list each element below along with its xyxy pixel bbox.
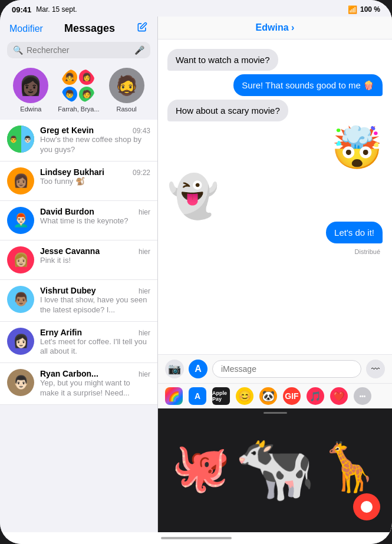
- compose-button[interactable]: [136, 21, 148, 36]
- message-preview: I love that show, have you seen the late…: [40, 295, 150, 315]
- conversation-erny[interactable]: 👩🏻 Erny Arifin hier Let's meet for coffe…: [0, 322, 157, 364]
- status-time: 09:41: [12, 5, 31, 14]
- message-preview: Too funny 🐒: [40, 177, 150, 187]
- chat-area: Edwina › Want to watch a movie? Sure! Th…: [158, 17, 392, 532]
- avatar-lindsey: 👩🏽: [7, 167, 34, 194]
- contact-name: Ryan Carbon...: [40, 369, 98, 378]
- avatar-vishrut: 👨🏽: [7, 286, 34, 313]
- contact-name: Lindsey Bukhari: [40, 167, 104, 177]
- photos-app-icon[interactable]: 🌈: [165, 387, 183, 405]
- digital-touch-icon[interactable]: ❤️: [330, 387, 348, 405]
- message-input-area: 📷 A 〰 🌈: [158, 354, 392, 532]
- pinned-name-edwina: Edwina: [20, 105, 41, 113]
- animoji-picker: 🐙 🐄 🦒: [158, 408, 392, 532]
- avatar-jesse: 👩🏼: [7, 246, 34, 273]
- message-bubble: Sure! That sounds good to me 🍿: [233, 74, 383, 96]
- message-time: 09:22: [133, 169, 150, 177]
- avatar-edwina: 👩🏿: [13, 68, 48, 103]
- message-preview: Yep, but you might want to make it a sur…: [40, 378, 150, 398]
- mic-icon: 🎤: [134, 45, 144, 55]
- home-bar: [161, 537, 232, 539]
- audio-button[interactable]: 〰: [366, 360, 385, 378]
- scroll-indicator: [263, 412, 287, 414]
- memoji-emoji: 🤯: [331, 127, 383, 169]
- camera-button[interactable]: 📷: [165, 360, 184, 378]
- waveform-icon: 〰: [371, 364, 380, 374]
- gif-search-icon[interactable]: GIF: [283, 387, 301, 405]
- avatar-david: 👨🏻‍🦰: [7, 207, 34, 234]
- avatar-ryan: 👨🏻: [7, 369, 34, 396]
- sidebar-header: Modifier Messages: [0, 17, 157, 39]
- appstore-icon: A: [195, 364, 202, 374]
- message-list: 👨 👨🏻 Greg et Kevin 09:43 How's the new c…: [0, 120, 157, 532]
- conversation-ryan[interactable]: 👨🏻 Ryan Carbon... hier Yep, but you migh…: [0, 363, 157, 405]
- conversation-greg-kevin[interactable]: 👨 👨🏻 Greg et Kevin 09:43 How's the new c…: [0, 120, 157, 161]
- conversation-ryan-content: Ryan Carbon... hier Yep, but you might w…: [40, 369, 150, 398]
- conversation-vishrut[interactable]: 👨🏽 Vishrut Dubey hier I love that show, …: [0, 280, 157, 322]
- status-bar: 09:41 Mar. 15 sept. 📶 100 %: [0, 0, 392, 17]
- chevron-icon: ›: [291, 22, 294, 32]
- conversation-greg-kevin-content: Greg et Kevin 09:43 How's the new coffee…: [40, 126, 150, 155]
- contact-name: Erny Arifin: [40, 328, 82, 337]
- ipad-frame: 09:41 Mar. 15 sept. 📶 100 % Modifier Mes…: [0, 0, 392, 544]
- appstore-strip-icon[interactable]: A: [189, 387, 206, 405]
- ghost-message-row: 👻: [167, 176, 383, 217]
- animoji-giraffe[interactable]: 🦒: [319, 444, 378, 491]
- message-bubble-row: Want to watch a movie?: [167, 49, 383, 71]
- conversation-jesse-content: Jesse Cavanna hier Pink it is!: [40, 246, 150, 273]
- chat-contact-name[interactable]: Edwina ›: [256, 22, 295, 33]
- avatar-greg-kevin: 👨 👨🏻: [7, 126, 34, 153]
- conversation-jesse[interactable]: 👩🏼 Jesse Cavanna hier Pink it is!: [0, 240, 157, 280]
- pinned-contact-edwina[interactable]: 👩🏿 Edwina: [13, 68, 48, 113]
- animoji-octopus[interactable]: 🐙: [172, 444, 230, 491]
- avatar-erny: 👩🏻: [7, 328, 34, 355]
- chat-header: Edwina ›: [158, 17, 392, 39]
- message-bubble-row: Sure! That sounds good to me 🍿: [167, 74, 383, 96]
- message-bubble: Let's do it!: [326, 222, 383, 243]
- message-time: hier: [139, 370, 150, 378]
- contact-name: David Burdon: [40, 207, 94, 216]
- message-bubble-row: Let's do it!: [167, 222, 383, 243]
- message-time: hier: [139, 208, 150, 216]
- message-bubble-row: How about a scary movie?: [167, 100, 383, 121]
- appstore-button[interactable]: A: [189, 360, 207, 378]
- search-input[interactable]: [27, 45, 131, 55]
- chat-messages: Want to watch a movie? Sure! That sounds…: [158, 39, 392, 354]
- conversation-lindsey-content: Lindsey Bukhari 09:22 Too funny 🐒: [40, 167, 150, 194]
- status-date: Mar. 15 sept.: [36, 5, 77, 14]
- pinned-name-farrah: Farrah, Brya...: [58, 105, 99, 113]
- memoji-message-row: 🤯: [167, 127, 383, 169]
- message-time: 09:43: [133, 127, 150, 135]
- wifi-icon: 📶: [348, 5, 357, 14]
- modifier-button[interactable]: Modifier: [9, 24, 43, 34]
- home-indicator: [0, 532, 392, 544]
- applepay-icon[interactable]: Apple Pay: [212, 387, 230, 405]
- avatar-rasoul: 🧔: [109, 68, 144, 103]
- app-strip: 🌈 A Apple Pay 😊 🐼: [158, 383, 392, 408]
- pinned-contacts: 👩🏿 Edwina 👧 👩 👦 🧑 Farrah, Brya..: [0, 63, 157, 120]
- more-apps-icon[interactable]: •••: [354, 387, 371, 405]
- messages-title: Messages: [64, 22, 115, 35]
- delivered-status: Distribué: [167, 248, 383, 255]
- input-row: 📷 A 〰: [158, 355, 392, 383]
- main-content: Modifier Messages 🔍 🎤 👩🏿: [0, 17, 392, 532]
- message-preview: Let's meet for coffee. I'll tell you all…: [40, 337, 150, 357]
- animoji-icon[interactable]: 🐼: [259, 387, 277, 405]
- conversation-lindsey[interactable]: 👩🏽 Lindsey Bukhari 09:22 Too funny 🐒: [0, 161, 157, 201]
- pinned-contact-farrah[interactable]: 👧 👩 👦 🧑 Farrah, Brya...: [58, 68, 99, 113]
- message-time: hier: [139, 248, 150, 256]
- message-preview: How's the new coffee shop by you guys?: [40, 135, 150, 155]
- battery-status: 100 %: [360, 5, 380, 14]
- contact-name: Vishrut Dubey: [40, 286, 96, 295]
- sidebar: Modifier Messages 🔍 🎤 👩🏿: [0, 17, 158, 532]
- message-input[interactable]: [212, 360, 361, 378]
- search-bar[interactable]: 🔍 🎤: [7, 42, 150, 58]
- message-bubble: Want to watch a movie?: [167, 49, 278, 71]
- avatar-farrah-group: 👧 👩 👦 🧑: [61, 68, 96, 103]
- record-button[interactable]: [353, 493, 380, 520]
- memoji-icon[interactable]: 😊: [236, 387, 253, 405]
- conversation-david[interactable]: 👨🏻‍🦰 David Burdon hier What time is the …: [0, 201, 157, 240]
- animoji-cow[interactable]: 🐄: [235, 435, 315, 500]
- pinned-contact-rasoul[interactable]: 🧔 Rasoul: [109, 68, 144, 113]
- music-icon[interactable]: 🎵: [307, 387, 324, 405]
